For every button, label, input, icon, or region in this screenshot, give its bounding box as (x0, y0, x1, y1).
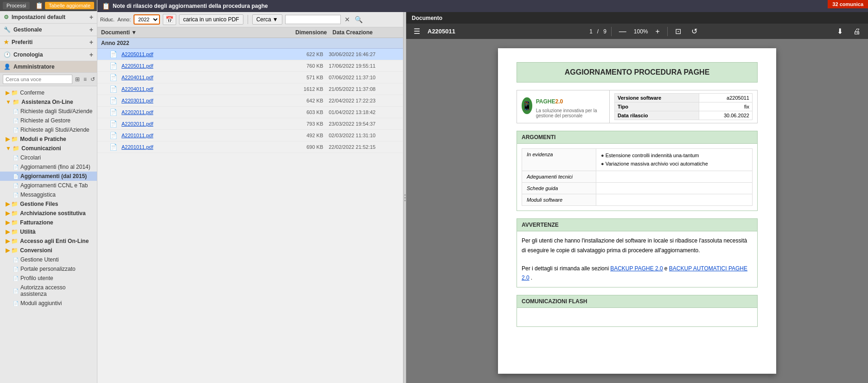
file-row[interactable]: 📄 A2202011.pdf 603 KB 01/04/2022 13:18:4… (97, 107, 403, 118)
cronologia-plus-icon[interactable]: + (89, 51, 93, 58)
arg-row-adeguamenti: Adeguamenti tecnici (522, 171, 753, 183)
tree-item-gestione-files[interactable]: ▶ 📁 Gestione Files (0, 199, 97, 209)
carica-btn[interactable]: carica in un unico PDF (179, 14, 243, 25)
viewer-download-btn[interactable]: ⬇ (834, 26, 846, 37)
file-name[interactable]: A2204011.pdf (121, 86, 292, 92)
file-name[interactable]: A2205011.pdf (121, 51, 292, 57)
col-sort-icon: ▼ (131, 29, 137, 36)
tree-item-assistenza[interactable]: ▼ 📁 Assistenza On-Line (0, 97, 97, 107)
sidebar-item-impostazioni[interactable]: ⚙ Impostazioni default + (0, 11, 97, 24)
sidebar-search-list-btn[interactable]: ≡ (83, 75, 88, 83)
file-name[interactable]: A2202011.pdf (121, 109, 292, 115)
tree-label-profilo: Profilo utente (20, 275, 53, 281)
backup-link1[interactable]: BACKUP PAGHE 2.0 (610, 265, 663, 272)
search-input[interactable] (285, 15, 341, 24)
viewer-doc-name: A2205011 (428, 28, 455, 35)
file-panel: Riduc. Anno: 2022 2021 2020 2019 📅 caric… (97, 12, 403, 383)
col-documenti[interactable]: Documenti ▼ (97, 29, 292, 36)
viewer-zoom-in-btn[interactable]: + (653, 26, 663, 37)
tree-item-moduli-agg[interactable]: 📄 Moduli aggiuntivi (0, 299, 97, 308)
tab-tabelle[interactable]: Tabelle aggiornate (45, 2, 94, 9)
viewer-rotate-btn[interactable]: ↺ (689, 26, 700, 37)
data-label: Data rilascio (615, 111, 699, 120)
tipo-label: Tipo (615, 102, 699, 111)
tree-item-accesso-enti[interactable]: ▶ 📁 Accesso agli Enti On-Line (0, 236, 97, 246)
pdf-icon: 📄 (109, 143, 119, 151)
impostazioni-plus-icon[interactable]: + (89, 13, 93, 21)
search-execute-btn[interactable]: 🔍 (354, 15, 364, 24)
tree-item-aggccnl[interactable]: 📄 Aggiornamenti CCNL e Tab (0, 181, 97, 190)
sidebar-search-input[interactable] (3, 75, 72, 84)
sidebar-search-refresh-btn[interactable]: ↺ (89, 75, 96, 83)
pdf-icon: 📄 (109, 74, 119, 81)
tree-item-agg2014[interactable]: 📄 Aggiornamenti (fino al 2014) (0, 162, 97, 172)
tree-item-portale[interactable]: 📄 Portale personalizzato (0, 264, 97, 274)
file-name[interactable]: A2201011.pdf (121, 144, 292, 150)
tree-label-utilita: Utilità (20, 229, 35, 235)
viewer-print-btn[interactable]: 🖨 (850, 26, 863, 37)
tree-item-comunicazioni[interactable]: ▼ 📁 Comunicazioni (0, 144, 97, 153)
versione-value: a2205011 (699, 94, 752, 102)
file-row[interactable]: 📄 A2203011.pdf 642 KB 22/04/2022 17:22:2… (97, 95, 403, 107)
tree-item-richieste-studi2[interactable]: 📄 Richieste agli Studi/Aziende (0, 125, 97, 134)
cerca-btn[interactable]: Cerca ▼ (252, 14, 282, 25)
year-select[interactable]: 2022 2021 2020 2019 (134, 14, 160, 25)
file-name[interactable]: A2204011.pdf (121, 75, 292, 80)
tree-item-utilita[interactable]: ▶ 📁 Utilità (0, 227, 97, 236)
file-row[interactable]: 📄 A2201011.pdf 690 KB 22/02/2022 21:52:1… (97, 141, 403, 153)
file-size: 642 KB (292, 98, 329, 103)
col-documenti-label: Documenti (101, 29, 130, 36)
viewer-menu-btn[interactable]: ☰ (411, 26, 423, 37)
sidebar-item-preferiti[interactable]: ★ Preferiti + (0, 36, 97, 49)
pdf-icon: 📄 (109, 109, 119, 116)
clear-search-btn[interactable]: ✕ (344, 15, 351, 24)
logo-text: PAGHE2.0 (536, 93, 605, 106)
file-row[interactable]: 📄 A2201011.pdf 492 KB 02/03/2022 11:31:1… (97, 130, 403, 141)
col-dimensione[interactable]: Dimensione (292, 29, 329, 36)
tree-item-agg2015[interactable]: 📄 Aggiornamenti (dal 2015) (0, 172, 97, 181)
tree-label-archiviazione: Archiviazione sostitutiva (20, 210, 85, 217)
doc-icon: 📄 (13, 257, 19, 262)
tree-item-conversioni[interactable]: ▶ 📁 Conversioni (0, 246, 97, 255)
file-name[interactable]: A2205011.pdf (121, 63, 292, 69)
col-data[interactable]: Data Creazione (329, 29, 403, 36)
sidebar-item-amministratore[interactable]: 👤 Amministratore (0, 61, 97, 73)
file-name[interactable]: A2201011.pdf (121, 133, 292, 138)
tab-processi[interactable]: Processi (3, 2, 30, 9)
file-row[interactable]: 📄 A2204011.pdf 571 KB 07/06/2022 11:37:1… (97, 72, 403, 83)
calendar-icon-btn[interactable]: 📅 (163, 14, 176, 25)
tree-label-agg2014: Aggiornamenti (fino al 2014) (20, 164, 90, 170)
tree-item-moduli[interactable]: ▶ 📁 Moduli e Pratiche (0, 134, 97, 144)
preferiti-icon: ★ (4, 39, 9, 45)
file-row[interactable]: 📄 A2205011.pdf 760 KB 17/06/2022 19:55:1… (97, 60, 403, 72)
sidebar-item-gestionale[interactable]: 🔧 Gestionale + (0, 24, 97, 36)
gestionale-plus-icon[interactable]: + (89, 26, 93, 33)
flash-header: COMUNICAZIONI FLASH (517, 295, 757, 308)
section-flash: COMUNICAZIONI FLASH (517, 295, 758, 327)
tree-item-richieste-studi[interactable]: 📄 Richieste dagli Studi/Aziende (0, 107, 97, 116)
file-row[interactable]: 📄 A2204011.pdf 1612 KB 21/05/2022 11:37:… (97, 83, 403, 95)
tree-item-richieste-gestore[interactable]: 📄 Richieste al Gestore (0, 116, 97, 125)
pdf-main-title: AGGIORNAMENTO PROCEDURA PAGHE (517, 62, 758, 83)
tree-item-autorizza[interactable]: 📄 Autorizza accesso assistenza (0, 283, 97, 299)
viewer-zoom-out-btn[interactable]: — (616, 26, 629, 37)
tree-item-circolari[interactable]: 📄 Circolari (0, 153, 97, 162)
file-row[interactable]: 📄 A2205011.pdf 622 KB 30/06/2022 16:46:2… (97, 49, 403, 60)
moduli-content (596, 194, 753, 206)
notification-badge[interactable]: 32 comunica (828, 0, 868, 8)
file-name[interactable]: A2202011.pdf (121, 121, 292, 127)
sidebar-item-cronologia[interactable]: 🕐 Cronologia + (0, 49, 97, 61)
tree-item-conferme[interactable]: ▶ 📁 Conferme (0, 88, 97, 97)
file-row[interactable]: 📄 A2202011.pdf 793 KB 23/03/2022 19:54:3… (97, 118, 403, 130)
tree-item-profilo[interactable]: 📄 Profilo utente (0, 274, 97, 283)
tree-item-archiviazione[interactable]: ▶ 📁 Archiviazione sostitutiva (0, 209, 97, 218)
viewer-fit-page-btn[interactable]: ⊡ (672, 26, 684, 37)
preferiti-plus-icon[interactable]: + (89, 38, 93, 46)
file-name[interactable]: A2203011.pdf (121, 98, 292, 103)
sidebar-search-grid-btn[interactable]: ⊞ (74, 75, 81, 83)
tree-item-messaggistica[interactable]: 📄 Messaggistica (0, 190, 97, 199)
resize-dot3 (404, 200, 406, 201)
tree-item-gestione-utenti[interactable]: 📄 Gestione Utenti (0, 255, 97, 264)
tree-item-fatturazione[interactable]: ▶ 📁 Fatturazione (0, 218, 97, 227)
file-date: 17/06/2022 19:55:11 (329, 63, 403, 69)
